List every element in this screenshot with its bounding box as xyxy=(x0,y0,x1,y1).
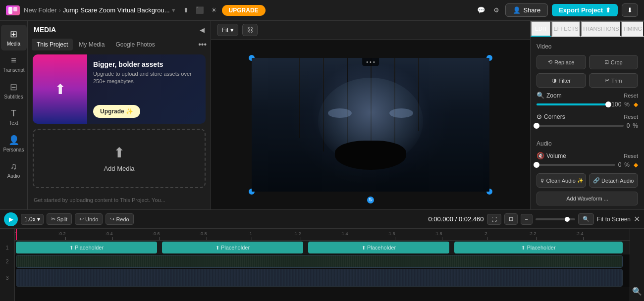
fit-dropdown[interactable]: Fit ▾ xyxy=(217,24,238,36)
detach-audio-button[interactable]: 🔗 Detach Audio xyxy=(589,173,639,188)
share-icon: 👤 xyxy=(513,6,521,14)
split-button[interactable]: ✂ Split xyxy=(47,213,72,225)
canvas-toolbar: Fit ▾ ⛓ xyxy=(211,21,530,40)
clip-1-4[interactable]: ⬆ Placeholder xyxy=(454,242,623,253)
add-media-area[interactable]: ⬆ Add Media xyxy=(33,129,206,188)
sidebar-item-label-transcript: Transcript xyxy=(2,67,24,73)
project-name[interactable]: Jump Scare Zoom Virtual Backgrou... xyxy=(63,6,170,14)
download-button[interactable]: ⬇ xyxy=(622,3,638,17)
volume-slider[interactable] xyxy=(537,164,615,166)
upgrade-card-button[interactable]: Upgrade ✨ xyxy=(93,105,140,118)
tab-effects[interactable]: EFFECTS xyxy=(551,21,580,37)
volume-keyframe-icon[interactable]: ◆ xyxy=(634,161,638,168)
corners-slider[interactable] xyxy=(537,125,624,127)
track-row-2 xyxy=(15,254,630,268)
zoom-keyframe-icon[interactable]: ◆ xyxy=(634,101,638,108)
ruler-mark-18: :1.8 xyxy=(438,231,446,240)
rotate-handle[interactable]: ↻ xyxy=(367,197,374,203)
tab-timing[interactable]: TIMING xyxy=(621,21,644,37)
canvas-area: Fit ▾ ⛓ ↻ xyxy=(211,21,530,209)
redo-button[interactable]: ↪ Redo xyxy=(106,213,133,225)
sun-icon-btn[interactable]: ☀ xyxy=(209,4,219,16)
sparkle-icon: ✨ xyxy=(577,178,583,183)
upgrade-button[interactable]: UPGRADE xyxy=(222,5,266,16)
close-timeline-button[interactable]: ✕ xyxy=(634,214,640,224)
tab-my-media[interactable]: My Media xyxy=(74,39,109,50)
detach-icon: 🔗 xyxy=(593,177,600,184)
upload-big-icon: ⬆ xyxy=(54,81,66,98)
history-icon-btn[interactable]: ⬛ xyxy=(194,4,206,16)
clip-1-1[interactable]: ⬆ Placeholder xyxy=(16,242,157,253)
sidebar-item-media[interactable]: ⊞ Media xyxy=(1,25,27,50)
upgrade-card: ⬆ Bigger, bolder assets Upgrade to uploa… xyxy=(33,54,206,124)
collapse-button[interactable]: ◀ xyxy=(200,26,205,34)
clip-3-video[interactable] xyxy=(16,269,623,287)
zoom-track[interactable] xyxy=(536,218,575,220)
sidebar-item-audio[interactable]: ♫ Audio xyxy=(1,157,27,183)
zoom-reset[interactable]: Reset xyxy=(624,93,638,99)
zoom-slider[interactable] xyxy=(537,103,608,105)
zoom-search-icon: 🔍 xyxy=(537,92,544,99)
clip-1-3[interactable]: ⬆ Placeholder xyxy=(308,242,449,253)
export-button[interactable]: Export Project ⬆ xyxy=(552,4,618,16)
redo-icon: ↪ xyxy=(110,216,114,222)
tab-this-project[interactable]: This Project xyxy=(32,39,73,50)
topbar-actions: ⬆ ⬛ ☀ UPGRADE xyxy=(181,4,266,16)
sidebar-item-personas[interactable]: 👤 Personas xyxy=(1,131,27,156)
play-button[interactable]: ▶ xyxy=(4,212,18,226)
trim-button[interactable]: ✂ Trim xyxy=(589,73,639,88)
filter-icon: ◑ xyxy=(552,77,557,84)
share-button[interactable]: 👤 Share xyxy=(505,3,548,17)
tracks-area: :0 :0.2 :0.4 :0.6 :0.8 xyxy=(15,229,630,301)
sidebar-item-subtitles[interactable]: ⊟ Subtitles xyxy=(1,78,27,103)
sidebar-item-text[interactable]: T Text xyxy=(1,104,27,130)
folder-name[interactable]: New Folder xyxy=(24,6,56,14)
placeholder-icon: ⬆ xyxy=(521,245,525,251)
filter-button[interactable]: ◑ Filter xyxy=(537,73,586,88)
volume-reset[interactable]: Reset xyxy=(624,153,638,159)
transcript-icon: ≡ xyxy=(11,55,16,66)
timeline-right-controls: ⛶ ⊡ − 🔍 Fit to Screen ✕ xyxy=(487,213,640,225)
replace-button[interactable]: ⟲ Replace xyxy=(537,55,586,69)
comment-icon-btn[interactable]: 💬 xyxy=(475,4,487,16)
media-panel-title: MEDIA xyxy=(34,26,56,34)
right-panel: EDIT EFFECTS TRANSITIONS TIMING Video ⟲ … xyxy=(530,21,644,209)
undo-button[interactable]: ↩ Undo xyxy=(75,213,103,225)
corners-reset[interactable]: Reset xyxy=(624,114,638,120)
upload-icon-btn[interactable]: ⬆ xyxy=(181,4,191,16)
zoom-toggle-button[interactable]: 🔍 xyxy=(578,213,594,225)
zoom-slider-row: 🔍 Zoom Reset 100 % ◆ xyxy=(537,92,638,108)
fit-to-screen-button[interactable]: Fit to Screen xyxy=(597,216,631,223)
add-waveform-button[interactable]: Add Waveform ... xyxy=(537,192,638,205)
timeline-search-button[interactable]: 🔍 xyxy=(630,285,644,298)
lock-aspect-button[interactable]: ⛓ xyxy=(242,24,258,36)
video-section: Video ⟲ Replace ⊡ Crop ◑ Filter ✂ Tr xyxy=(531,37,644,140)
tab-transitions[interactable]: TRANSITIONS xyxy=(581,21,621,37)
crop-icon: ⊡ xyxy=(604,59,609,65)
sidebar-item-transcript[interactable]: ≡ Transcript xyxy=(1,51,27,77)
crop-timeline-icon[interactable]: ⛶ xyxy=(487,214,501,225)
track-num-1: 1 xyxy=(0,241,14,254)
split-icon: ✂ xyxy=(51,216,55,222)
play-icon: ▶ xyxy=(9,216,13,223)
chevron-down-icon: ▾ xyxy=(172,6,175,14)
crop-button[interactable]: ⊡ Crop xyxy=(589,55,639,69)
zoom-out-button[interactable]: − xyxy=(521,214,533,225)
clip-2-audio[interactable] xyxy=(16,255,623,268)
clip-1-2[interactable]: ⬆ Placeholder xyxy=(162,242,303,253)
zoom-thumb[interactable] xyxy=(565,217,570,222)
canvas-container[interactable]: ↻ xyxy=(211,40,530,209)
sidebar-item-label-audio: Audio xyxy=(7,173,20,179)
tab-edit[interactable]: EDIT xyxy=(531,21,551,37)
fit-timeline-button[interactable]: ⊡ xyxy=(504,213,518,225)
settings-icon-btn[interactable]: ⚙ xyxy=(491,4,501,16)
clean-audio-button[interactable]: 🎙 Clean Audio ✨ xyxy=(537,173,586,188)
more-tabs-button[interactable]: ••• xyxy=(198,40,207,49)
svg-rect-1 xyxy=(13,7,17,11)
trim-icon: ✂ xyxy=(605,77,609,84)
upgrade-card-title: Bigger, bolder assets Upgrade to upload … xyxy=(93,60,200,86)
tab-google-photos[interactable]: Google Photos xyxy=(110,39,160,50)
speed-selector[interactable]: 1.0x ▾ xyxy=(21,214,44,225)
ruler-mark-12: :1.2 xyxy=(297,231,305,240)
more-options-hint: • • • xyxy=(362,58,379,66)
